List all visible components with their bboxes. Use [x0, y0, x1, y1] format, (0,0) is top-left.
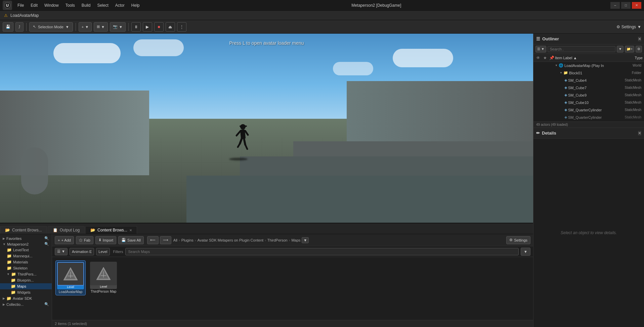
metaperson-search-icon[interactable]: 🔍 [44, 242, 49, 246]
tab-close-icon[interactable]: ✕ [129, 228, 132, 232]
sidebar-item-favorites[interactable]: ▶ Favorites 🔍 [0, 235, 52, 241]
outliner-row-sm-cube7[interactable]: ◈ SM_Cube7 StaticMesh [533, 84, 644, 92]
content-filter-bar: ☰ ▼ Animation E Level Filters ▼ [52, 246, 533, 257]
outliner-row-sm-quartercylinder-2[interactable]: ◈ SM_QuarterCylinder StaticMesh [533, 114, 644, 121]
snap-button[interactable]: ⊞ ▼ [94, 22, 108, 32]
content-browser-icon-2: 📂 [90, 228, 95, 232]
breadcrumb-plugins[interactable]: Plugins [181, 238, 194, 242]
breadcrumb-maps[interactable]: Maps [291, 238, 300, 242]
tab-output-log[interactable]: 📋 Output Log [48, 226, 85, 234]
add-actor-button[interactable]: + ▼ [79, 22, 92, 32]
asset-tile-thirdpersonmap[interactable]: Level ThirdPerson Map [88, 260, 119, 295]
menu-window[interactable]: Window [42, 2, 61, 8]
minimize-button[interactable]: – [610, 2, 620, 9]
tab-content-browser-2[interactable]: 📂 Content Brows... ✕ [85, 226, 137, 234]
sidebar-item-metaperson2[interactable]: ▼ Metaperson2 🔍 [0, 241, 52, 247]
selection-mode-button[interactable]: ↖ Selection Mode ▼ [29, 22, 73, 32]
menu-file[interactable]: File [15, 2, 27, 8]
menu-actor[interactable]: Actor [113, 2, 127, 8]
sidebar-item-mannequin[interactable]: 📁 Mannequi... [0, 253, 52, 259]
selection-mode-label: Selection Mode [38, 25, 63, 29]
save-button[interactable]: 💾 [3, 22, 13, 32]
sidebar-item-blueprints[interactable]: 📁 Blueprin... [0, 277, 52, 283]
sidebar-item-materials[interactable]: 📁 Materials [0, 259, 52, 265]
platform-mid [240, 156, 533, 175]
viewport[interactable]: Press L to open avatar loader menu [0, 34, 533, 223]
menu-build[interactable]: Build [79, 2, 93, 8]
main-toolbar: 💾 ⤴ ↖ Selection Mode ▼ + ▼ ⊞ ▼ 📷 ▼ ⏸ ▶ ■… [0, 20, 644, 34]
close-button[interactable]: ✕ [632, 2, 641, 9]
outliner-row-loadavatarmap[interactable]: ▼ 🌐 LoadAvatarMap (Play In World [533, 62, 644, 69]
breadcrumb-thirdperson[interactable]: ThirdPerson [267, 238, 288, 242]
filters-label[interactable]: Filters [113, 250, 123, 254]
source-control-button[interactable]: ⤴ [15, 22, 24, 32]
sidebar-item-leveltext[interactable]: 📁 LevelText [0, 247, 52, 253]
pause-button[interactable]: ⏸ [131, 22, 141, 32]
camera-button[interactable]: 📷 ▼ [110, 22, 126, 32]
outliner-row-sm-quartercylinder-1[interactable]: ◈ SM_QuarterCylinder StaticMesh [533, 106, 644, 114]
fab-icon: ⚝ [79, 238, 83, 242]
details-close-button[interactable]: ✕ [638, 131, 641, 136]
fab-button[interactable]: ⚝ Fab [76, 236, 93, 244]
eject-button[interactable]: ⏏ [166, 22, 175, 32]
breadcrumb-all[interactable]: All [173, 238, 177, 242]
search-maps-input[interactable] [125, 248, 519, 255]
outliner-search-input[interactable] [548, 46, 616, 52]
outliner-filter-button[interactable]: ☰ ▼ [535, 46, 546, 52]
sidebar-item-maps[interactable]: 📁 Maps [0, 283, 52, 289]
menu-select[interactable]: Select [94, 2, 111, 8]
more-play-options-button[interactable]: ⋮ [177, 22, 186, 32]
avatar-sdk-folder-icon: 📁 [6, 296, 11, 301]
sidebar-item-avatar-sdk[interactable]: ▶ 📁 Avatar SDK [0, 295, 52, 301]
asset-tile-loadavatarmap[interactable]: Level LoadAvatarMap [55, 260, 86, 295]
add-button[interactable]: + + Add [55, 236, 74, 244]
menu-tools[interactable]: Tools [63, 2, 78, 8]
outliner-search-dropdown-button[interactable]: ▼ [617, 46, 624, 52]
outliner-settings-button[interactable]: ⚙ [636, 46, 642, 52]
tab-content-browser-1[interactable]: 📂 Content Brows... [0, 226, 47, 234]
settings-label: Settings [621, 25, 636, 29]
import-button[interactable]: ⬇ Import [95, 236, 116, 244]
maximize-button[interactable]: □ [621, 2, 631, 9]
sm-cube9-tree-name: SM_Cube9 [568, 93, 587, 97]
outliner-close-button[interactable]: ✕ [638, 37, 641, 41]
breadcrumb-dropdown-button[interactable]: ▼ [302, 237, 309, 243]
breadcrumb-plugin-content[interactable]: Avatar SDK Metapers on Plugin Content [197, 238, 263, 242]
sidebar-item-thirdperson[interactable]: ▼ 📁 ThirdPers... [0, 271, 52, 277]
settings-button[interactable]: ⚙ Settings ▼ [616, 25, 641, 29]
nav-back-button[interactable]: ⟵ [147, 236, 159, 244]
content-settings-button[interactable]: ⚙ Settings [506, 236, 530, 244]
outliner-row-sm-cube9[interactable]: ◈ SM_Cube9 StaticMesh [533, 92, 644, 99]
toolbar-separator-3 [128, 23, 129, 31]
outliner-row-sm-cube10[interactable]: ◈ SM_Cube10 StaticMesh [533, 99, 644, 106]
output-log-icon: 📋 [53, 228, 58, 232]
outliner-col-label-header[interactable]: Item Label ▲ [555, 56, 612, 60]
content-browser-main: + + Add ⚝ Fab ⬇ Import 💾 [52, 234, 533, 327]
outliner-row-block01[interactable]: ▼ 📁 Block01 Folder [533, 69, 644, 77]
metaperson-arrow-icon: ▼ [3, 243, 6, 246]
nav-buttons: ⟵ ⟶ [147, 236, 171, 244]
dropdown-arrow-icon-3: ▼ [101, 25, 105, 29]
outliner-row-sm-cube4[interactable]: ◈ SM_Cube4 StaticMesh [533, 77, 644, 84]
outliner-add-folder-button[interactable]: 📁+ [625, 46, 634, 52]
filter-sort-button[interactable]: ☰ ▼ [55, 248, 68, 255]
favorites-search-icon[interactable]: 🔍 [44, 236, 49, 241]
menu-help[interactable]: Help [129, 2, 142, 8]
collections-search-icon[interactable]: 🔍 [44, 302, 49, 306]
source-control-icon: ⤴ [18, 25, 20, 29]
outliner-column-headers: 👁 ★ 📌 Item Label ▲ Type [533, 54, 644, 62]
stop-button[interactable]: ■ [154, 22, 164, 32]
sidebar-item-collections[interactable]: ▶ Collectio... 🔍 [0, 301, 52, 307]
play-button[interactable]: ▶ [143, 22, 152, 32]
svg-line-5 [237, 131, 241, 136]
block01-tree-name: Block01 [569, 71, 582, 75]
sidebar-item-widgets[interactable]: 📁 Widgets [0, 289, 52, 295]
menu-edit[interactable]: Edit [28, 2, 40, 8]
add-plus-icon: + [58, 238, 60, 242]
sidebar-item-skeleton[interactable]: 📁 Skeleton [0, 265, 52, 271]
settings-dropdown-icon: ▼ [637, 25, 641, 29]
materials-folder-icon: 📁 [7, 260, 12, 264]
save-all-button[interactable]: 💾 Save All [118, 236, 144, 244]
search-dropdown-button[interactable]: ▼ [521, 248, 530, 256]
nav-forward-button[interactable]: ⟶ [160, 236, 171, 244]
